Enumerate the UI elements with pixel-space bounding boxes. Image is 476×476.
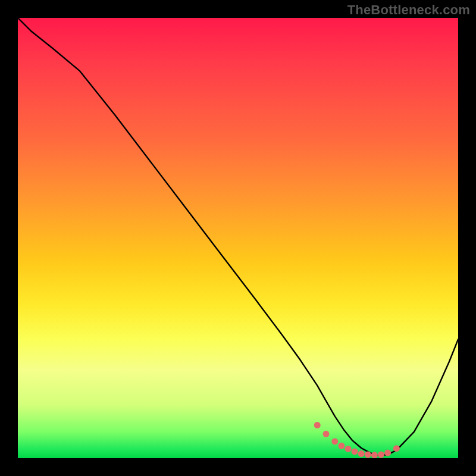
highlight-marker [365, 452, 371, 458]
highlight-marker [378, 452, 384, 458]
highlight-marker [371, 452, 378, 458]
bottleneck-curve-path [18, 18, 458, 456]
highlight-marker [393, 445, 400, 452]
highlight-marker [345, 446, 352, 452]
highlight-markers [314, 422, 400, 458]
chart-frame: TheBottleneck.com [0, 0, 476, 476]
watermark-text: TheBottleneck.com [347, 2, 470, 18]
highlight-marker [352, 448, 358, 455]
highlight-marker [338, 443, 345, 449]
highlight-marker [331, 438, 338, 444]
highlight-marker [384, 450, 391, 456]
highlight-marker [314, 422, 321, 428]
chart-overlay-svg [18, 18, 458, 458]
highlight-marker [323, 431, 330, 437]
highlight-marker [358, 450, 365, 457]
plot-area [18, 18, 458, 458]
